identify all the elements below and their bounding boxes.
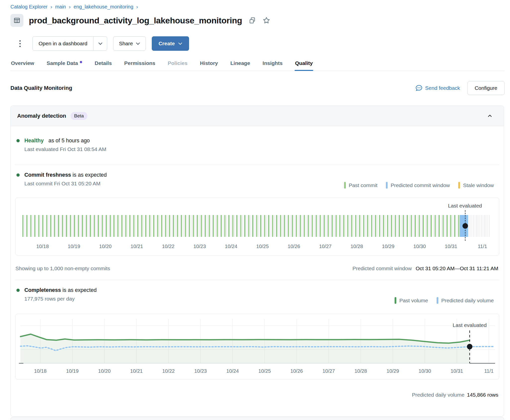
commit-bar — [284, 215, 285, 237]
commit-bar — [308, 215, 309, 237]
svg-text:10/28: 10/28 — [355, 368, 367, 374]
commit-bar — [34, 215, 35, 237]
commit-bar — [359, 215, 360, 237]
x-axis-label: 10/23 — [186, 244, 213, 249]
tab-details[interactable]: Details — [94, 60, 112, 71]
commit-bar — [224, 215, 225, 237]
commit-bar — [106, 215, 107, 237]
commit-bar — [185, 215, 186, 237]
commit-bar — [336, 215, 337, 237]
open-in-dashboard-button[interactable]: Open in a dashboard — [32, 36, 107, 51]
x-axis-label: 10/31 — [437, 244, 465, 249]
favorite-star-icon[interactable] — [262, 16, 270, 24]
svg-text:10/23: 10/23 — [194, 368, 207, 374]
commit-bar — [177, 215, 178, 237]
completeness-status-dot — [16, 289, 20, 292]
commit-bar — [38, 215, 39, 237]
health-as-of: as of 5 hours ago — [49, 138, 90, 144]
commit-bar — [98, 215, 99, 237]
commit-bar — [450, 215, 451, 237]
svg-text:10/31: 10/31 — [451, 368, 463, 374]
predicted-window-label: Predicted commit window — [353, 265, 412, 271]
commit-bar — [371, 215, 372, 237]
commit-bar — [62, 215, 63, 237]
commit-bar — [70, 215, 71, 237]
tab-bar: OverviewSample DataDetailsPermissionsPol… — [10, 60, 505, 71]
last-evaluated-annotation: Last evaluated — [428, 203, 499, 209]
commit-bar — [383, 215, 384, 237]
tab-overview[interactable]: Overview — [10, 60, 35, 71]
tab-sample-data[interactable]: Sample Data — [46, 60, 83, 71]
commit-bar — [443, 215, 444, 237]
share-button[interactable]: Share — [113, 36, 146, 51]
breadcrumb-link[interactable]: main — [55, 4, 66, 10]
breadcrumb-link[interactable]: Catalog Explorer — [10, 4, 48, 10]
send-feedback-label: Send feedback — [425, 85, 460, 91]
commit-freshness-block: Commit freshness is as expected Last com… — [16, 172, 504, 187]
x-axis-label: 10/28 — [343, 244, 370, 249]
tab-lineage[interactable]: Lineage — [230, 60, 251, 71]
x-axis-label: 10/21 — [123, 244, 151, 249]
commit-bar — [145, 215, 146, 237]
commits-shown-note: Showing up to 1,000 non-empty commits — [15, 265, 110, 271]
tab-label: Sample Data — [47, 60, 78, 66]
anomaly-detection-card: Anomaly detection Beta Healthy as of 5 h… — [10, 105, 504, 417]
tab-permissions[interactable]: Permissions — [124, 60, 156, 71]
copy-name-icon[interactable] — [249, 17, 256, 24]
commit-bar — [133, 215, 134, 237]
commit-bar — [141, 215, 142, 237]
svg-text:10/25: 10/25 — [258, 368, 271, 374]
freshness-title: Commit freshness — [24, 172, 71, 178]
x-axis-label: 10/22 — [154, 244, 182, 249]
commit-bar — [415, 215, 416, 237]
breadcrumb: Catalog Explorer›main›eng_lakehouse_moni… — [10, 4, 138, 10]
commit-bar — [395, 215, 396, 237]
commit-bar — [209, 215, 210, 237]
legend-label: Predicted commit window — [391, 182, 450, 188]
volume-chart: Last evaluated10/1810/1910/2010/2110/221… — [15, 314, 499, 379]
commit-bar — [102, 215, 103, 237]
commit-bar — [86, 215, 87, 237]
commit-bar — [189, 215, 190, 237]
commit-bar — [264, 215, 265, 237]
commit-bar — [94, 215, 95, 237]
anomaly-card-title: Anomaly detection — [17, 113, 66, 119]
commit-bar — [435, 215, 436, 237]
commit-bar — [403, 215, 404, 237]
health-status: Healthy — [24, 138, 44, 144]
commit-bar — [256, 215, 257, 237]
tab-quality[interactable]: Quality — [295, 60, 313, 71]
commit-freshness-chart: Last evaluated 10/1810/1910/2010/2110/22… — [15, 198, 499, 256]
commit-bar — [458, 215, 459, 237]
tab-policies[interactable]: Policies — [167, 60, 188, 71]
create-button[interactable]: Create — [152, 36, 189, 51]
open-in-dashboard-dropdown[interactable] — [93, 37, 107, 51]
tab-history[interactable]: History — [200, 60, 218, 71]
section-title: Data Quality Monitoring — [10, 85, 72, 91]
legend-swatch — [395, 297, 396, 304]
tab-label: Policies — [168, 60, 187, 66]
svg-text:10/30: 10/30 — [419, 368, 431, 374]
legend-swatch — [437, 297, 438, 304]
breadcrumb-link[interactable]: eng_lakehouse_monitoring — [74, 4, 133, 10]
quality-section-header: Data Quality Monitoring Send feedback Co… — [10, 81, 505, 95]
configure-button[interactable]: Configure — [467, 81, 505, 95]
commit-bar — [113, 215, 114, 237]
svg-text:10/29: 10/29 — [387, 368, 399, 374]
catalog-explorer-page: Catalog Explorer›main›eng_lakehouse_moni… — [0, 0, 510, 420]
legend-swatch — [344, 182, 346, 189]
x-axis-label: 10/27 — [312, 244, 339, 249]
breadcrumb-separator: › — [51, 4, 52, 10]
tab-insights[interactable]: Insights — [262, 60, 283, 71]
commit-bar — [46, 215, 47, 237]
create-label: Create — [158, 41, 175, 47]
commit-bar — [221, 215, 222, 237]
collapse-chevron-up-icon[interactable] — [487, 113, 493, 119]
health-status-block: Healthy as of 5 hours ago Last evaluated… — [16, 138, 504, 152]
legend-swatch — [386, 182, 388, 189]
commit-bar — [58, 215, 59, 237]
send-feedback-link[interactable]: Send feedback — [415, 84, 460, 92]
kebab-menu-button[interactable] — [18, 40, 21, 47]
toolbar: Open in a dashboard Share Create — [10, 36, 189, 51]
commit-bar — [54, 215, 55, 237]
